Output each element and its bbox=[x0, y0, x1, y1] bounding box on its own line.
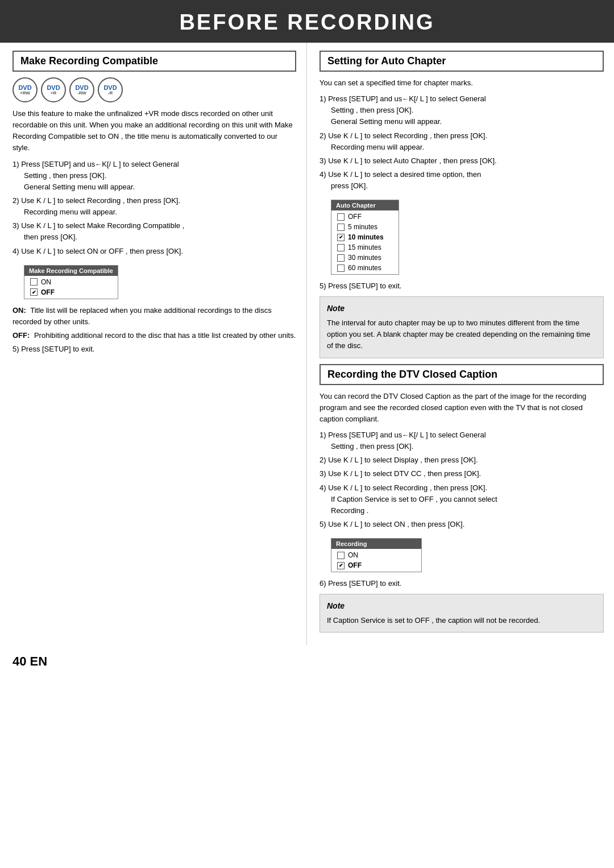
right-step-ac-4: 4) Use K / L ] to select a desired time … bbox=[320, 169, 604, 192]
label-off: OFF bbox=[41, 288, 55, 296]
ac-row-off: OFF bbox=[331, 212, 399, 222]
right-step-dtv-3: 3) Use K / L ] to select DTV CC , then p… bbox=[320, 468, 604, 480]
recording-menu: Recording ON OFF bbox=[331, 538, 422, 572]
checkbox-ac-15min bbox=[337, 244, 345, 251]
left-step-1: 1) Press [SETUP] and us←K[/ L ] to selec… bbox=[13, 159, 296, 193]
mini-menu-body-mrc: ON OFF bbox=[24, 276, 118, 299]
make-recording-compatible-menu: Make Recording Compatible ON OFF bbox=[24, 265, 118, 299]
note-title-1: Note bbox=[327, 303, 596, 315]
auto-chapter-menu: Auto Chapter OFF 5 minutes 10 minutes 15… bbox=[331, 200, 399, 275]
checkbox-ac-off bbox=[337, 213, 345, 221]
left-step-3: 3) Use K / L ] to select Make Recording … bbox=[13, 220, 296, 243]
label-on: ON bbox=[41, 278, 51, 286]
left-steps: 1) Press [SETUP] and us←K[/ L ] to selec… bbox=[13, 159, 296, 257]
dvd-badge-rplus: DVD +R bbox=[41, 77, 66, 102]
right-step-dtv-2: 2) Use K / L ] to select Display , then … bbox=[320, 454, 604, 466]
ac-row-15min: 15 minutes bbox=[331, 242, 399, 253]
page-footer: 40 EN bbox=[0, 645, 614, 673]
checkbox-ac-10min bbox=[337, 234, 345, 241]
right-step6-dtv: 6) Press [SETUP] to exit. bbox=[320, 578, 604, 589]
recording-menu-body: ON OFF bbox=[331, 549, 421, 572]
note-text-1: The interval for auto chapter may be up … bbox=[327, 317, 596, 352]
checkbox-rec-off bbox=[337, 562, 345, 569]
right-section1-title: Setting for Auto Chapter bbox=[320, 51, 604, 72]
mini-menu-row-on: ON bbox=[24, 277, 118, 287]
ac-row-10min: 10 minutes bbox=[331, 232, 399, 242]
checkbox-rec-on bbox=[337, 552, 345, 559]
mini-menu-row-off: OFF bbox=[24, 287, 118, 297]
rec-row-off: OFF bbox=[331, 560, 421, 571]
left-column: Make Recording Compatible DVD +RW DVD +R… bbox=[0, 43, 307, 645]
dvd-icons: DVD +RW DVD +R DVD -RW DVD -R bbox=[13, 77, 296, 102]
left-step-4: 4) Use K / L ] to select ON or OFF , the… bbox=[13, 246, 296, 257]
left-step-2: 2) Use K / L ] to select Recording , the… bbox=[13, 195, 296, 218]
checkbox-off bbox=[30, 288, 38, 296]
right-steps-ac: 1) Press [SETUP] and us←K[/ L ] to selec… bbox=[320, 93, 604, 192]
checkbox-on bbox=[30, 278, 38, 286]
auto-chapter-menu-body: OFF 5 minutes 10 minutes 15 minutes 30 m… bbox=[331, 210, 399, 274]
checkbox-ac-30min bbox=[337, 254, 345, 262]
auto-chapter-menu-title: Auto Chapter bbox=[331, 200, 399, 210]
note-text-2: If Caption Service is set to OFF , the c… bbox=[327, 615, 596, 626]
right-step-ac-1: 1) Press [SETUP] and us←K[/ L ] to selec… bbox=[320, 93, 604, 127]
right-column: Setting for Auto Chapter You can set a s… bbox=[307, 43, 614, 645]
note-box-1: Note The interval for auto chapter may b… bbox=[320, 296, 604, 358]
right-step5-ac: 5) Press [SETUP] to exit. bbox=[320, 280, 604, 292]
right-step-dtv-5: 5) Use K / L ] to select ON , then press… bbox=[320, 519, 604, 530]
page-title: BEFORE RECORDING bbox=[0, 0, 614, 43]
right-intro2-text: You can record the DTV Closed Caption as… bbox=[320, 391, 604, 425]
right-step-ac-3: 3) Use K / L ] to select Auto Chapter , … bbox=[320, 155, 604, 167]
ac-row-60min: 60 minutes bbox=[331, 263, 399, 273]
right-steps-dtv: 1) Press [SETUP] and us←K[/ L ] to selec… bbox=[320, 429, 604, 530]
left-section-title: Make Recording Compatible bbox=[13, 51, 296, 72]
right-section2-title: Recording the DTV Closed Caption bbox=[320, 364, 604, 385]
ac-row-5min: 5 minutes bbox=[331, 222, 399, 232]
left-step5: 5) Press [SETUP] to exit. bbox=[13, 344, 296, 355]
dvd-badge-rwplus: DVD +RW bbox=[13, 77, 38, 102]
note-box-2: Note If Caption Service is set to OFF , … bbox=[320, 594, 604, 633]
dvd-badge-rw: DVD -RW bbox=[69, 77, 94, 102]
checkbox-ac-5min bbox=[337, 224, 345, 231]
off-desc: OFF: Prohibiting additional record to th… bbox=[13, 330, 296, 341]
checkbox-ac-60min bbox=[337, 264, 345, 272]
note-title-2: Note bbox=[327, 600, 596, 613]
right-intro-text: You can set a specified time for chapter… bbox=[320, 77, 604, 89]
ac-row-30min: 30 minutes bbox=[331, 253, 399, 263]
recording-menu-title: Recording bbox=[331, 539, 421, 549]
right-step-dtv-1: 1) Press [SETUP] and us←K[/ L ] to selec… bbox=[320, 429, 604, 452]
left-intro-text: Use this feature to make the unfinalized… bbox=[13, 108, 296, 154]
on-desc: ON: Title list will be replaced when you… bbox=[13, 305, 296, 328]
right-step-ac-2: 2) Use K / L ] to select Recording , the… bbox=[320, 130, 604, 153]
rec-row-on: ON bbox=[331, 550, 421, 560]
dvd-badge-r: DVD -R bbox=[98, 77, 123, 102]
right-step-dtv-4: 4) Use K / L ] to select Recording , the… bbox=[320, 482, 604, 516]
mini-menu-title-mrc: Make Recording Compatible bbox=[24, 266, 118, 276]
